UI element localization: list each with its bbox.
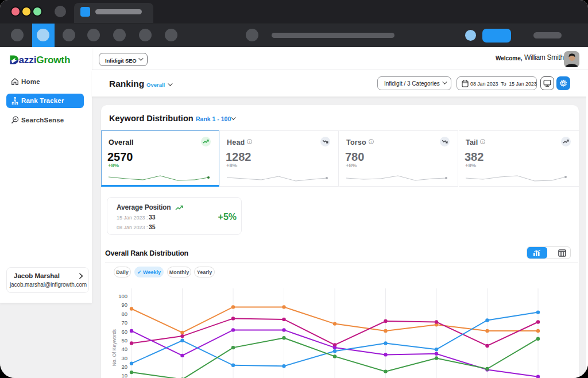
svg-text:50: 50: [121, 337, 127, 344]
svg-text:40: 40: [121, 346, 127, 352]
svg-text:No. Of Keywords: No. Of Keywords: [111, 329, 117, 366]
svg-text:100: 100: [118, 293, 127, 299]
svg-text:10: 10: [121, 372, 127, 378]
svg-text:30: 30: [121, 355, 127, 361]
svg-text:90: 90: [121, 302, 127, 308]
svg-text:60: 60: [121, 329, 127, 335]
svg-text:azziGrowth: azziGrowth: [19, 55, 71, 65]
svg-text:20: 20: [121, 364, 127, 370]
svg-text:80: 80: [121, 311, 127, 317]
svg-text:70: 70: [121, 319, 127, 326]
